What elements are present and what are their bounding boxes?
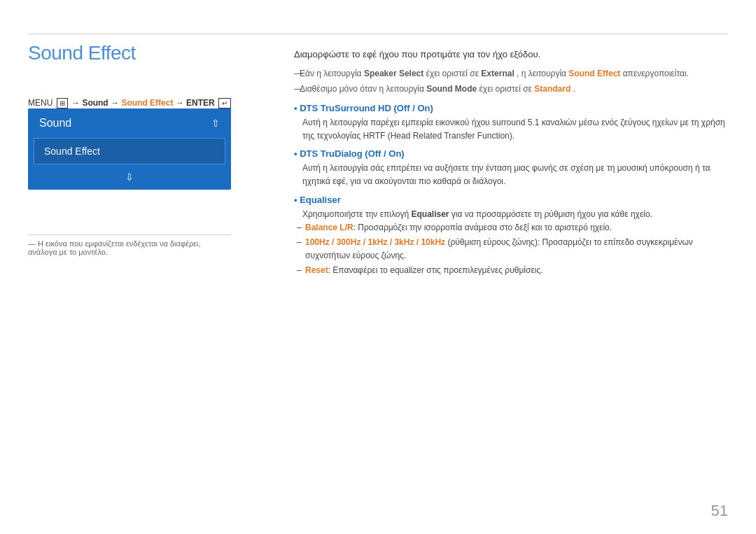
menu-icon: ⊞ [57, 98, 68, 108]
chevron-up-icon[interactable]: ⇧ [211, 118, 220, 129]
bullet-section: DTS TruSurround HD (Off / On) Αυτή η λει… [294, 103, 728, 278]
page-title: Sound Effect [28, 42, 136, 64]
right-content-area: Διαμορφώστε το εφέ ήχου που προτιμάτε γι… [294, 48, 728, 283]
sub-bullet-balance: Balance L/R: Προσαρμόζει την ισορροπία α… [294, 221, 728, 234]
widget-bottom-note: — Η εικόνα που εμφανίζεται ενδέχεται να … [28, 234, 231, 256]
bullet-body-dts-trudialog: Αυτή η λειτουργία σάς επιτρέπει να αυξήσ… [294, 162, 728, 188]
menu-item-sound: Sound [82, 98, 108, 108]
menu-path: MENU ⊞ → Sound → Sound Effect → ENTER ↵ [28, 98, 232, 108]
menu-action-enter: ENTER [186, 98, 215, 108]
intro-text: Διαμορφώστε το εφέ ήχου που προτιμάτε γι… [294, 48, 728, 62]
chevron-down-container: ⇩ [28, 164, 231, 190]
bullet-header-dts-trusurround: DTS TruSurround HD (Off / On) [294, 103, 728, 113]
sound-menu-widget: Sound ⇧ Sound Effect ⇩ [28, 108, 231, 190]
bullet-dts-trudialog: DTS TruDialog (Off / On) Αυτή η λειτουργ… [294, 148, 728, 188]
menu-label: MENU [28, 98, 52, 108]
sub-bullet-hz: 100Hz / 300Hz / 1kHz / 3kHz / 10kHz (ρύθ… [294, 236, 728, 262]
bullet-dts-trusurround: DTS TruSurround HD (Off / On) Αυτή η λει… [294, 103, 728, 143]
bullet-equaliser: Equaliser Χρησιμοποιήστε την επιλογή Equ… [294, 195, 728, 278]
page-number: 51 [711, 502, 728, 520]
top-divider [28, 34, 728, 34]
menu-item-sound-effect: Sound Effect [121, 98, 173, 108]
widget-title: Sound [39, 117, 71, 129]
bullet-body-equaliser: Χρησιμοποιήστε την επιλογή Equaliser για… [294, 208, 728, 221]
widget-title-bar: Sound ⇧ [28, 108, 231, 138]
bullet-header-equaliser: Equaliser [294, 195, 728, 205]
enter-icon: ↵ [218, 98, 231, 108]
bullet-header-dts-trudialog: DTS TruDialog (Off / On) [294, 148, 728, 159]
note-line-2: Διαθέσιμο μόνο όταν η λειτουργία Sound M… [294, 83, 728, 96]
note-line-1: Εάν η λειτουργία Speaker Select έχει ορι… [294, 67, 728, 80]
bullet-body-dts-trusurround: Αυτή η λειτουργία παρέχει εμπειρία εικον… [294, 116, 728, 143]
chevron-down-icon[interactable]: ⇩ [125, 171, 134, 183]
widget-selected-item[interactable]: Sound Effect [34, 138, 225, 164]
sub-bullet-reset: Reset: Επαναφέρει το equalizer στις προε… [294, 264, 728, 277]
